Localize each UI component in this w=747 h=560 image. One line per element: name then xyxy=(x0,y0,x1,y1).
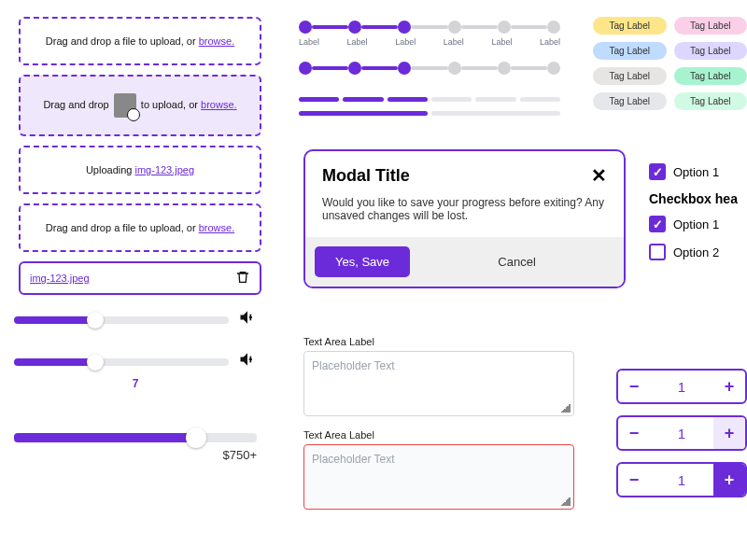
tag-pink[interactable]: Tag Label xyxy=(674,17,748,35)
save-button[interactable]: Yes, Save xyxy=(315,246,410,277)
stepper-value: 1 xyxy=(650,426,713,441)
uploaded-file-row: img-123.jpeg xyxy=(19,261,261,295)
cancel-button[interactable]: Cancel xyxy=(419,246,614,277)
price-label: $750+ xyxy=(14,448,257,462)
dropzone-hover[interactable]: Drag and drop to upload, or browse. xyxy=(19,75,261,136)
dropzone-text: to upload, or xyxy=(138,99,201,110)
textarea-error[interactable]: Placeholder Text xyxy=(303,444,574,510)
checkbox-option-2[interactable]: Option 2 xyxy=(649,244,747,260)
uploading-filename[interactable]: img-123.jpeg xyxy=(135,164,195,175)
volume-icon[interactable] xyxy=(238,350,257,373)
browse-link[interactable]: browse. xyxy=(199,222,235,233)
checkbox-option-1[interactable]: Option 1 xyxy=(649,163,747,180)
price-slider[interactable] xyxy=(14,433,257,442)
textarea-label-2: Text Area Label xyxy=(303,429,574,441)
file-name[interactable]: img-123.jpeg xyxy=(30,273,90,284)
stepper-value: 1 xyxy=(650,379,713,395)
dropzone-text: Drag and drop a file to upload, or xyxy=(46,222,199,233)
step-labels: LabelLabelLabelLabelLabelLabel xyxy=(299,37,560,47)
number-stepper-1: − 1 + xyxy=(616,369,747,404)
volume-icon[interactable] xyxy=(238,308,257,331)
stepper-value: 1 xyxy=(650,472,713,488)
dropzone-default[interactable]: Drag and drop a file to upload, or brows… xyxy=(19,17,261,65)
dropzone-text: Drag and drop xyxy=(43,99,111,110)
segmented-progress-2 xyxy=(299,111,560,116)
plus-button[interactable]: + xyxy=(713,464,745,496)
modal-dialog: Modal Title ✕ Would you like to save you… xyxy=(303,149,626,288)
trash-icon[interactable] xyxy=(235,270,250,287)
segmented-progress xyxy=(299,97,560,102)
tag-teal[interactable]: Tag Label xyxy=(674,67,748,85)
checkbox-option-1b[interactable]: Option 1 xyxy=(649,216,747,232)
tag-yellow[interactable]: Tag Label xyxy=(593,17,667,35)
number-stepper-3: − 1 + xyxy=(616,462,747,497)
slider-value-label: 7 xyxy=(14,377,257,390)
dropzone-text: Drag and drop a file to upload, or xyxy=(46,35,199,47)
minus-button[interactable]: − xyxy=(618,464,650,496)
step-progress-1[interactable] xyxy=(299,21,560,34)
tag-tan[interactable]: Tag Label xyxy=(593,67,667,85)
textarea-label: Text Area Label xyxy=(303,336,574,347)
tag-purple[interactable]: Tag Label xyxy=(674,42,748,60)
modal-body: Would you like to save your progress bef… xyxy=(305,192,624,237)
checkbox-heading: Checkbox hea xyxy=(649,191,747,206)
close-icon[interactable]: ✕ xyxy=(591,164,607,187)
tag-mint[interactable]: Tag Label xyxy=(674,92,748,110)
checkbox-icon xyxy=(649,216,666,232)
volume-slider-2[interactable] xyxy=(14,358,229,366)
browse-link[interactable]: browse. xyxy=(199,35,235,47)
browse-link[interactable]: browse. xyxy=(201,99,237,110)
checkbox-icon xyxy=(649,244,666,260)
checkbox-icon xyxy=(649,163,666,180)
dropzone-default-2[interactable]: Drag and drop a file to upload, or brows… xyxy=(19,203,261,252)
minus-button[interactable]: − xyxy=(618,371,650,402)
modal-title: Modal Title xyxy=(322,166,410,186)
tag-blue[interactable]: Tag Label xyxy=(593,42,667,60)
step-progress-2[interactable] xyxy=(299,62,560,75)
textarea-default[interactable]: Placeholder Text xyxy=(303,351,574,416)
tag-gray[interactable]: Tag Label xyxy=(593,92,667,110)
uploading-text: Uploading xyxy=(86,164,135,175)
file-icon xyxy=(114,93,136,118)
number-stepper-2: − 1 + xyxy=(616,415,747,451)
volume-slider-1[interactable] xyxy=(14,316,229,324)
minus-button[interactable]: − xyxy=(618,417,650,449)
plus-button[interactable]: + xyxy=(713,371,745,402)
plus-button[interactable]: + xyxy=(713,417,745,449)
dropzone-uploading: Uploading img-123.jpeg xyxy=(19,146,261,194)
